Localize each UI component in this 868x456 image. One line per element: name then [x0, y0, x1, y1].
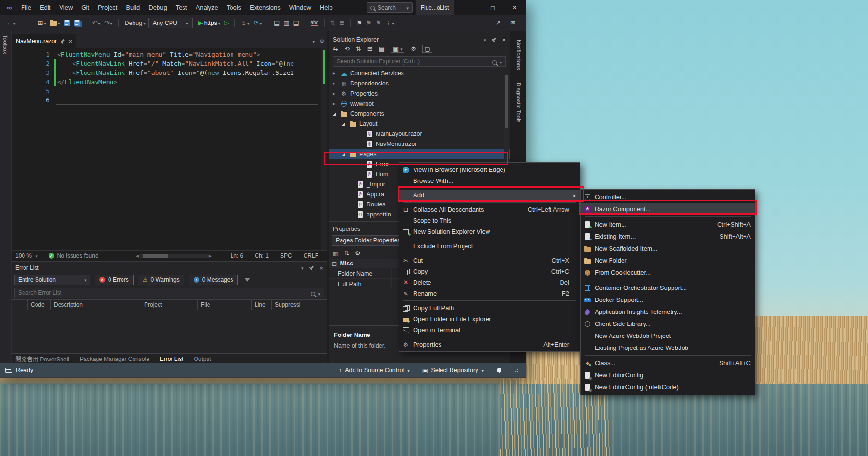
menubar-item[interactable]: Help [316, 0, 337, 15]
nesting-options-dropdown[interactable]: ▣ [391, 45, 404, 53]
code-line[interactable]: 1<FluentNavMenu Id="main-menu" Title="Na… [12, 50, 327, 59]
context-menu-item[interactable]: Copy Full Path [399, 302, 580, 313]
pin-icon[interactable] [59, 38, 66, 45]
add-to-source-control-button[interactable]: ↑ Add to Source Control [339, 367, 410, 373]
save-all-button[interactable] [73, 20, 81, 26]
scrollbar-thumb[interactable] [505, 75, 508, 128]
menubar-item[interactable]: View [55, 0, 77, 15]
chevron-down-icon[interactable] [500, 59, 502, 66]
previous-bookmark-button[interactable]: ⚑ [365, 19, 373, 26]
chevron-down-icon[interactable] [301, 264, 304, 271]
submenu-item[interactable]: Controller... [581, 191, 755, 203]
code-editor[interactable]: 1<FluentNavMenu Id="main-menu" Title="Na… [12, 48, 327, 250]
panel-tab[interactable]: Error List [160, 356, 183, 362]
find-in-files-button[interactable]: ▤ [273, 19, 281, 26]
submenu-item[interactable]: New EditorConfig [581, 369, 755, 381]
submenu-item[interactable]: Razor Component... [581, 203, 755, 215]
debug-target-dropdown[interactable]: Debug [123, 20, 146, 26]
minimize-button[interactable] [460, 0, 482, 15]
tree-item-properties[interactable]: Properties [329, 88, 510, 98]
messages-filter-button[interactable]: 0 Messages [189, 275, 238, 285]
expander-icon[interactable] [333, 91, 340, 96]
tree-item-wwwroot[interactable]: wwwroot [329, 98, 510, 108]
open-file-button[interactable] [49, 20, 61, 26]
pin-icon[interactable] [490, 36, 497, 43]
navigate-forward-button[interactable]: → [19, 19, 27, 26]
menubar-item[interactable]: File [17, 0, 36, 15]
indent-button[interactable]: ≡ [302, 19, 308, 26]
submenu-item[interactable]: Container Orchestrator Support... [581, 282, 755, 294]
properties-wrench-icon[interactable]: ⚙ [411, 45, 416, 52]
start-without-debugging-button[interactable]: ▷ [223, 19, 230, 26]
restart-button[interactable]: ⟳ [253, 19, 263, 26]
tree-item-layout[interactable]: Layout [329, 119, 510, 129]
new-project-button[interactable]: ⊞ [37, 19, 47, 26]
resize-grip[interactable] [514, 368, 519, 372]
maximize-button[interactable] [482, 0, 504, 15]
context-menu-item[interactable]: Exclude From Project [399, 240, 580, 252]
expander-icon[interactable] [342, 121, 349, 126]
pending-changes-filter-icon[interactable]: ⟲ [344, 45, 350, 52]
switch-views-icon[interactable]: ⇆ [333, 45, 338, 52]
code-line[interactable]: 6 [12, 96, 327, 105]
code-line[interactable]: 5 [12, 86, 327, 96]
panel-tab[interactable]: 開発者用 PowerShell [15, 355, 69, 363]
context-menu-item[interactable]: Open Folder in File Explorer [399, 313, 580, 324]
filter-icon[interactable] [245, 278, 250, 282]
menubar-item[interactable]: Edit [36, 0, 55, 15]
context-menu-item[interactable]: Scope to This [399, 215, 580, 226]
submenu-item[interactable]: New Azure WebJob Project [581, 330, 755, 342]
platform-dropdown[interactable]: Any CPU [148, 18, 193, 28]
start-debugging-button[interactable]: ▶https [197, 19, 221, 26]
context-menu-item[interactable]: Collapse All Descendants Ctrl+Left Arrow [399, 204, 580, 215]
expander-icon[interactable] [333, 81, 340, 86]
save-button[interactable] [63, 20, 71, 26]
editor-horizontal-scrollbar[interactable]: ◀ ▶ [136, 254, 212, 258]
pin-icon[interactable] [308, 264, 315, 271]
code-line[interactable]: 3 <FluentNavLink Href="about" Icon="@(ne… [12, 68, 327, 77]
side-tab[interactable]: Notifications [516, 40, 522, 70]
menubar-item[interactable]: Analyze [191, 0, 222, 15]
horizontal-scroll-thumb[interactable] [143, 254, 168, 258]
context-menu-item[interactable]: Properties Alt+Enter [399, 339, 580, 350]
chevron-down-icon[interactable] [318, 290, 320, 297]
categorized-view-icon[interactable]: ▦ [333, 250, 339, 257]
toolbox-tab[interactable]: Toolbox [2, 31, 8, 54]
expander-icon[interactable] [342, 151, 349, 156]
menubar-item[interactable]: Build [122, 0, 144, 15]
submenu-item[interactable]: Class... Shift+Alt+C [581, 357, 755, 369]
chevron-down-icon[interactable] [484, 36, 486, 43]
alphabetical-view-icon[interactable]: ⇅ [344, 250, 349, 257]
column-header-line[interactable]: Line [252, 300, 272, 310]
panel-tab[interactable]: Package Manager Console [80, 356, 149, 362]
submenu-item[interactable]: New Scaffolded Item... [581, 242, 755, 254]
close-button[interactable] [504, 0, 526, 15]
submenu-item[interactable]: Application Insights Telemetry... [581, 306, 755, 318]
submenu-item[interactable]: Existing Item... Shift+Alt+A [581, 230, 755, 242]
code-line[interactable]: 2 <FluentNavLink Href="/" Match="NavLink… [12, 59, 327, 68]
tab-list-chevron-icon[interactable] [313, 38, 315, 45]
line-indicator[interactable]: Ln: 6 [231, 252, 244, 259]
spaces-indicator[interactable]: SPC [280, 252, 292, 259]
select-repository-button[interactable]: ▣ Select Repository [422, 367, 484, 374]
editor-tab-navmenu[interactable]: NavMenu.razor [12, 34, 76, 48]
column-header-blank[interactable] [12, 300, 28, 310]
context-menu-item[interactable]: Cut Ctrl+X [399, 255, 580, 266]
redo-button[interactable]: ↷ [103, 19, 113, 26]
context-menu-item[interactable]: Add [399, 190, 580, 201]
column-header-project[interactable]: Project [141, 300, 198, 310]
context-menu-item[interactable]: Copy Ctrl+C [399, 266, 580, 277]
panel-tab[interactable]: Output [194, 356, 211, 362]
context-menu-item[interactable]: New Solution Explorer View [399, 226, 580, 237]
warnings-filter-button[interactable]: 0 Warnings [138, 275, 184, 285]
format-button[interactable]: ⇅ [330, 19, 337, 26]
column-header-suppression[interactable]: Suppressi [272, 300, 317, 310]
expander-icon[interactable] [333, 71, 340, 76]
next-bookmark-button[interactable]: ⚑ [375, 19, 382, 26]
submenu-item[interactable]: New EditorConfig (IntelliCode) [581, 381, 755, 393]
line-ending-indicator[interactable]: CRLF [304, 252, 318, 259]
expander-icon[interactable] [333, 101, 340, 106]
zoom-level[interactable]: 100 % [15, 252, 32, 259]
submenu-item[interactable]: Docker Support... [581, 294, 755, 306]
editor-vertical-scrollbar[interactable] [321, 48, 327, 250]
